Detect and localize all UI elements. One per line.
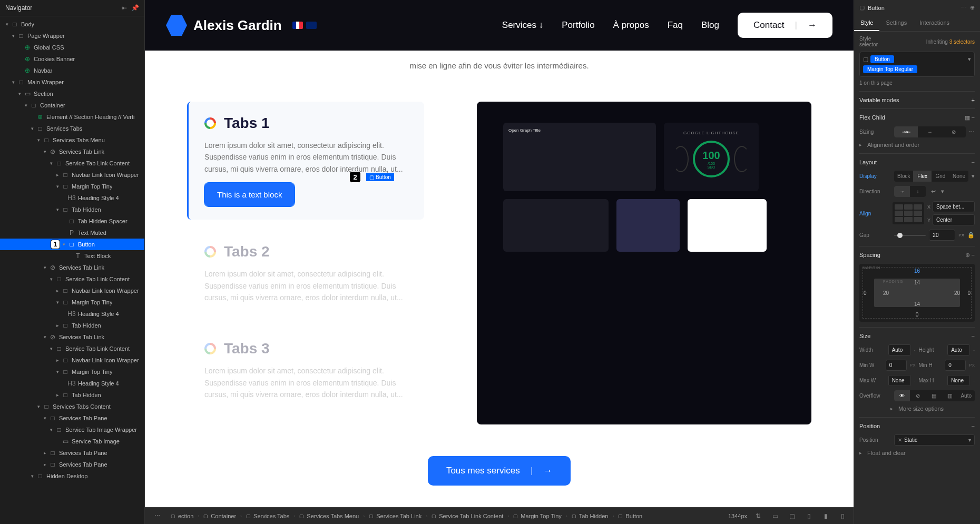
tree-caret-icon[interactable]: ▸ — [41, 462, 48, 467]
inheriting-link[interactable]: 3 selectors — [949, 39, 975, 45]
tree-row[interactable]: ▾⊘Services Tab Link — [0, 331, 144, 343]
breadcrumb-item[interactable]: ▢Margin Top Tiny — [509, 511, 565, 521]
tree-row[interactable]: H3Heading Style 4 — [0, 378, 144, 389]
maxw-input[interactable]: None — [888, 375, 911, 386]
overflow-hidden-icon[interactable]: ⊘ — [910, 390, 926, 401]
device-small-icon[interactable]: ▯ — [837, 510, 848, 522]
align-order-label[interactable]: Alignment and order — [867, 142, 919, 148]
selected-button-element[interactable]: This is a text block — [204, 183, 295, 206]
device-mobile-icon[interactable]: ▮ — [820, 510, 831, 522]
breadcrumb-item[interactable]: ▢Button — [614, 511, 646, 521]
display-none[interactable]: None — [949, 171, 968, 182]
tree-caret-icon[interactable]: ▾ — [41, 334, 48, 340]
breadcrumb-item[interactable]: ▢Service Tab Link Content — [427, 511, 507, 521]
tab-card-1[interactable]: Tabs 1 Lorem ipsum dolor sit amet, conse… — [187, 102, 424, 220]
collapse-icon[interactable]: − — [972, 252, 975, 258]
tree-row[interactable]: ▾□Service Tab Link Content — [0, 157, 144, 169]
breadcrumb-more[interactable]: ⋯ — [150, 510, 164, 521]
add-icon[interactable]: + — [972, 97, 975, 103]
cta-button[interactable]: Tous mes services | → — [428, 456, 571, 486]
nav-link-portfolio[interactable]: Portfolio — [562, 20, 594, 31]
tree-row[interactable]: ▸□Services Tab Pane — [0, 459, 144, 470]
tab-interactions[interactable]: Interactions — [913, 15, 956, 31]
breadcrumb-item[interactable]: ▢Services Tabs — [242, 511, 293, 521]
breadcrumb-item[interactable]: ▢Services Tab Link — [365, 511, 426, 521]
spacing-editor[interactable]: MARGIN PADDING 16 0 0 0 14 14 20 20 — [859, 264, 975, 322]
overflow-scroll-y-icon[interactable]: ▥ — [942, 390, 957, 401]
link-icon[interactable]: ⊛ — [965, 252, 970, 258]
sizing-none[interactable]: ⊘ — [942, 126, 966, 137]
collapse-icon[interactable]: − — [972, 333, 975, 339]
settings-icon[interactable]: ⊕ — [970, 4, 975, 11]
tree-caret-icon[interactable]: ▾ — [47, 346, 55, 351]
tree-row[interactable]: ▸□Services Tab Pane — [0, 447, 144, 459]
tree-row[interactable]: ▾□Tab Hidden — [0, 204, 144, 215]
overflow-auto[interactable]: Auto — [957, 390, 975, 401]
tree-caret-icon[interactable]: ▾ — [41, 149, 48, 154]
float-clear-label[interactable]: Float and clear — [867, 450, 906, 456]
margin-left-input[interactable]: 0 — [864, 290, 867, 296]
margin-bottom-input[interactable]: 0 — [916, 312, 919, 318]
align-y-select[interactable]: Center — [933, 214, 975, 225]
class-chip-button[interactable]: Button — [870, 55, 894, 63]
tree-caret-icon[interactable]: ▾ — [35, 404, 42, 409]
margin-right-input[interactable]: 0 — [967, 290, 971, 296]
contact-button[interactable]: Contact | → — [738, 13, 832, 38]
sort-icon[interactable]: ⇅ — [752, 510, 764, 522]
tree-row[interactable]: ▸□Navbar Link Icon Wrapper — [0, 169, 144, 181]
tab-style[interactable]: Style — [854, 15, 879, 31]
minh-input[interactable]: 0 — [945, 360, 966, 371]
more-icon[interactable]: ⋯ — [961, 4, 967, 11]
sizing-grow[interactable]: ↔ — [918, 126, 942, 137]
display-flex[interactable]: Flex — [913, 171, 931, 182]
gap-input[interactable]: 20 — [929, 230, 955, 241]
tree-row[interactable]: ▾□Service Tab Link Content — [0, 273, 144, 285]
align-x-select[interactable]: Space bet... — [933, 201, 975, 212]
tree-row[interactable]: ▾□Margin Top Tiny — [0, 296, 144, 308]
tree-caret-icon[interactable]: ▾ — [47, 276, 55, 282]
nav-link-blog[interactable]: Blog — [701, 20, 719, 31]
tree-caret-icon[interactable]: ▾ — [54, 369, 61, 374]
collapse-icon[interactable]: ⇤ — [122, 4, 127, 12]
tab-settings[interactable]: Settings — [879, 15, 913, 31]
tree-caret-icon[interactable]: ▾ — [16, 91, 23, 96]
height-input[interactable]: Auto — [947, 344, 970, 355]
tree-row[interactable]: ▾□Services Tabs — [0, 123, 144, 134]
tree-row[interactable]: □Tab Hidden Spacer — [0, 215, 144, 227]
breadcrumb-item[interactable]: ▢ection — [166, 511, 198, 521]
padding-right-input[interactable]: 20 — [954, 290, 960, 296]
reset-icon[interactable]: ▦ — [965, 114, 970, 121]
lock-icon[interactable]: 🔒 — [967, 232, 975, 239]
tree-row[interactable]: ▸□Tab Hidden — [0, 389, 144, 401]
nav-link-services[interactable]: Services ↓ — [502, 20, 543, 31]
selector-input[interactable]: ▢ Button ▾ Margin Top Regular — [859, 52, 975, 77]
chevron-down-icon[interactable]: ▾ — [972, 173, 975, 180]
padding-top-input[interactable]: 14 — [914, 280, 920, 285]
tree-row[interactable]: ▾□Service Tab Link Content — [0, 343, 144, 354]
tree-row[interactable]: ▸□Tab Hidden — [0, 320, 144, 331]
tree-row[interactable]: ▾□Services Tabs Menu — [0, 134, 144, 146]
flag-uk-icon[interactable] — [306, 22, 317, 29]
tree-caret-icon[interactable]: ▸ — [54, 323, 61, 328]
caret-right-icon[interactable]: ▸ — [859, 142, 862, 147]
tree-caret-icon[interactable]: ▾ — [54, 184, 61, 189]
tree-row[interactable]: ▸□Navbar Link Icon Wrapper — [0, 354, 144, 366]
tree-row[interactable]: H3Heading Style 4 — [0, 308, 144, 320]
pin-icon[interactable]: 📌 — [131, 4, 139, 12]
tree-row[interactable]: ▾□Container — [0, 100, 144, 111]
direction-row[interactable]: → — [894, 186, 910, 197]
tree-row[interactable]: ▭Service Tab Image — [0, 436, 144, 447]
tree-caret-icon[interactable]: ▸ — [41, 450, 48, 456]
direction-col[interactable]: ↓ — [910, 186, 926, 197]
nav-link-about[interactable]: À propos — [613, 20, 649, 31]
tree-caret-icon[interactable]: ▸ — [54, 172, 61, 177]
breadcrumb-item[interactable]: ▢Services Tabs Menu — [295, 511, 363, 521]
tree-caret-icon[interactable]: ▾ — [60, 242, 67, 247]
position-select[interactable]: ✕ Static ▾ — [894, 434, 975, 446]
collapse-icon[interactable]: − — [972, 114, 975, 121]
tree-row[interactable]: TText Block — [0, 250, 144, 262]
width-input[interactable]: Auto — [888, 344, 911, 355]
breadcrumb-item[interactable]: ▢Tab Hidden — [567, 511, 613, 521]
tree-caret-icon[interactable]: ▾ — [41, 265, 48, 270]
navigator-tree[interactable]: ▾□Body▾□Page Wrapper⊕Global CSS⊕Cookies … — [0, 16, 144, 524]
